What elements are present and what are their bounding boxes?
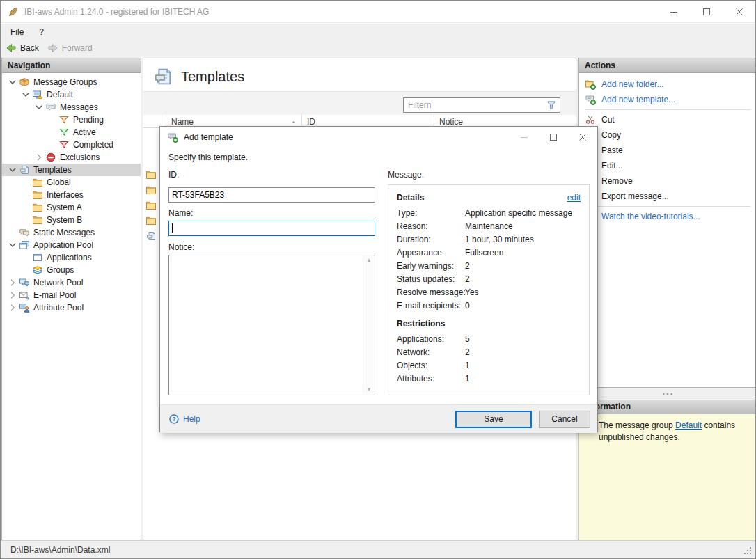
scroll-down-icon[interactable]: ▼: [366, 387, 372, 393]
resize-grip[interactable]: [742, 545, 753, 556]
forward-button[interactable]: Forward: [47, 40, 93, 55]
notice-field[interactable]: ▲ ▼: [168, 255, 375, 395]
scroll-up-icon[interactable]: ▲: [366, 258, 372, 263]
menu-file[interactable]: File: [10, 27, 24, 37]
dialog-title: Add template: [184, 132, 233, 142]
chevron-expanded-icon[interactable]: [33, 102, 45, 113]
action-add-new-folder[interactable]: Add new folder...: [579, 77, 756, 92]
cancel-button[interactable]: Cancel: [539, 411, 590, 428]
chevron-spacer: [46, 114, 58, 125]
save-button[interactable]: Save: [455, 411, 532, 428]
minimize-button[interactable]: [657, 1, 690, 23]
action-label: Add new folder...: [601, 79, 663, 89]
action-remove[interactable]: Remove: [579, 173, 756, 189]
chevron-collapsed-icon[interactable]: [33, 152, 45, 163]
table-row[interactable]: [145, 184, 159, 196]
tree-item-attribute-pool[interactable]: Attribute Pool: [2, 301, 141, 314]
action-edit[interactable]: Edit...: [579, 158, 756, 173]
name-field[interactable]: [168, 221, 375, 236]
tree-item-active[interactable]: Active: [2, 126, 141, 139]
name-label: Name:: [168, 208, 193, 218]
detail-label: Appearance:: [397, 246, 465, 260]
detail-value: 2: [465, 260, 582, 273]
tree-item-static-messages[interactable]: Static Messages: [2, 226, 141, 239]
tree-item-pending[interactable]: Pending: [2, 113, 141, 126]
filter-funnel-icon[interactable]: [546, 100, 557, 111]
detail-value: Maintenance: [465, 220, 582, 233]
detail-label: Objects:: [397, 359, 465, 372]
text-caret: [172, 223, 173, 233]
action-export-message[interactable]: Export message...: [579, 189, 756, 204]
tree-item-interfaces[interactable]: Interfaces: [2, 189, 141, 201]
tree-item-completed[interactable]: Completed: [2, 139, 141, 151]
forward-arrow-icon: [47, 42, 58, 54]
tree-item-system-a[interactable]: System A: [2, 201, 141, 214]
tree-item-default[interactable]: Default: [2, 88, 141, 101]
detail-label: Attributes:: [397, 372, 465, 386]
tree-item-messages[interactable]: Messages: [2, 101, 141, 113]
back-button[interactable]: Back: [6, 40, 39, 55]
dialog-maximize-button[interactable]: [539, 127, 568, 148]
groups-icon: [32, 265, 43, 276]
panel-splitter-handle[interactable]: [578, 388, 756, 400]
detail-row: Duration:1 hour, 30 minutes: [397, 233, 582, 246]
tree-item-global[interactable]: Global: [2, 176, 141, 189]
action-watch-the-video-tutorials[interactable]: Watch the video-tutorials...: [579, 209, 756, 224]
edit-message-link[interactable]: edit: [567, 193, 581, 203]
navigation-header: Navigation: [2, 58, 141, 73]
help-label: Help: [183, 414, 200, 424]
funnel-orange-icon: [58, 114, 70, 125]
table-row[interactable]: [145, 200, 159, 212]
svg-text:?: ?: [172, 416, 175, 423]
chevron-collapsed-icon[interactable]: [6, 290, 19, 301]
action-copy[interactable]: Copy: [579, 127, 756, 143]
tree-item-templates[interactable]: Templates: [2, 164, 141, 176]
menu-help[interactable]: ?: [39, 27, 44, 37]
column-header-id[interactable]: ID: [307, 117, 315, 127]
close-button[interactable]: [723, 1, 755, 23]
tree-item-label: Static Messages: [33, 228, 95, 237]
tree-item-e-mail-pool[interactable]: E-mail Pool: [2, 289, 141, 301]
tree-item-groups[interactable]: Groups: [2, 264, 141, 276]
information-text-before: The message group: [599, 420, 675, 430]
detail-label: Applications:: [397, 333, 465, 346]
status-file-path: D:\IBI-aws\Admin\Data.xml: [10, 545, 110, 555]
id-field[interactable]: [168, 187, 375, 203]
help-link[interactable]: ? Help: [168, 414, 200, 425]
maximize-icon: [548, 132, 559, 143]
chevron-expanded-icon[interactable]: [6, 77, 19, 88]
chevron-spacer: [46, 139, 58, 150]
chevron-expanded-icon[interactable]: [6, 164, 19, 175]
tree-item-system-b[interactable]: System B: [2, 214, 141, 226]
tree-item-exclusions[interactable]: Exclusions: [2, 151, 141, 164]
maximize-button[interactable]: [690, 1, 723, 23]
table-row[interactable]: [145, 215, 159, 227]
chevron-expanded-icon[interactable]: [19, 89, 32, 100]
dialog-close-button[interactable]: [568, 127, 597, 148]
column-header-notice[interactable]: Notice: [439, 117, 463, 127]
notice-label: Notice:: [168, 242, 194, 252]
column-header-name[interactable]: Name: [171, 117, 194, 127]
action-cut[interactable]: Cut: [579, 112, 756, 127]
action-add-new-template[interactable]: Add new template...: [579, 92, 756, 107]
chevron-collapsed-icon[interactable]: [6, 277, 19, 288]
table-row[interactable]: [145, 169, 159, 181]
exclusions-icon: [45, 152, 56, 163]
action-paste[interactable]: Paste: [579, 143, 756, 158]
table-row[interactable]: [145, 230, 159, 242]
tree-item-network-pool[interactable]: Network Pool: [2, 276, 141, 289]
chevron-expanded-icon[interactable]: [6, 239, 19, 251]
id-label: ID:: [168, 170, 179, 180]
tree-item-message-groups[interactable]: Message Groups: [2, 76, 141, 88]
restrictions-header: Restrictions: [397, 319, 582, 329]
detail-row: Attributes:1: [397, 372, 582, 386]
chevron-spacer: [19, 202, 32, 213]
detail-value: Fullscreen: [465, 246, 582, 260]
tree-item-application-pool[interactable]: Application Pool: [2, 239, 141, 251]
chevron-collapsed-icon[interactable]: [6, 302, 19, 313]
dialog-minimize-button[interactable]: [510, 127, 539, 148]
notice-scrollbar[interactable]: ▲ ▼: [363, 255, 375, 395]
filter-input[interactable]: [408, 100, 546, 110]
tree-item-applications[interactable]: Applications: [2, 251, 141, 264]
default-group-link[interactable]: Default: [675, 420, 702, 430]
